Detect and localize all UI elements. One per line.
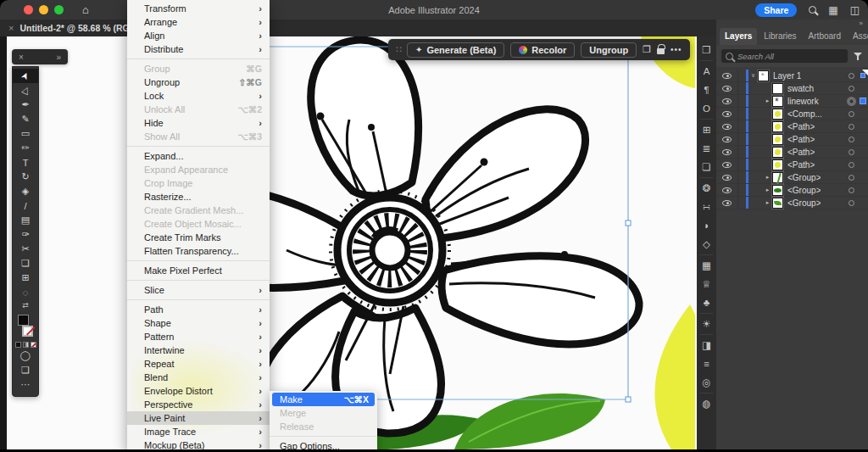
tab-layers[interactable]: Layers [720,28,757,45]
menu-item-slice[interactable]: Slice› [127,283,270,297]
panel-collapse-icon[interactable]: » [860,20,863,26]
align-panel-icon[interactable]: ≣ [697,139,716,158]
visibility-cell[interactable] [716,133,738,145]
swap-fill-stroke-icon[interactable]: ⇄ [13,299,38,311]
symbols-panel-icon[interactable]: ♣ [697,293,716,312]
type-tool[interactable]: T [13,155,38,170]
close-window-button[interactable] [24,5,33,14]
target-circle[interactable] [849,137,854,142]
ungroup-button[interactable]: Ungroup [581,42,637,58]
visibility-cell[interactable] [716,70,738,81]
3d-materials-icon[interactable]: ◇ [697,235,716,254]
layer-row-layer1[interactable]: ∨ Layer 1 [716,70,868,82]
scissors-tool[interactable]: ✂ [13,242,38,256]
layer-row-path[interactable]: <Path> [716,146,868,159]
menu-item-lock[interactable]: Lock› [127,89,270,103]
transparency-panel-icon[interactable]: ◎ [697,373,716,392]
zoom-tool[interactable]: ◌ [13,285,38,299]
eye-icon[interactable] [722,73,732,79]
layer-thumbnail[interactable] [772,159,783,170]
panel-layout-icon[interactable]: ◫ [850,4,860,16]
tab-artboard[interactable]: Artboard [804,28,846,45]
drag-handle-icon[interactable]: ∷ [396,44,401,55]
pathfinder-panel-icon[interactable]: ❏ [697,158,716,176]
menu-item-hide[interactable]: Hide› [127,116,270,130]
glyphs-panel-icon[interactable]: O [697,99,716,118]
target-circle[interactable] [849,73,854,79]
toolbar-collapse-icon[interactable]: » [56,53,61,62]
none-button[interactable] [31,342,36,348]
search-icon[interactable] [809,6,816,14]
menu-item-pattern[interactable]: Pattern› [127,330,270,343]
eye-icon[interactable] [722,124,732,130]
menu-item-envelope-distort[interactable]: Envelope Distort› [127,384,270,398]
layer-row-swatch[interactable]: swatch [716,82,868,95]
pen-tool[interactable]: ✒ [13,98,38,112]
target-circle[interactable] [849,162,854,168]
layer-row-group[interactable]: ▸ <Group> [716,171,868,184]
eye-icon[interactable] [722,187,732,193]
target-circle[interactable] [849,187,854,193]
target-circle[interactable] [849,200,854,206]
layer-row-linework[interactable]: ▸ linework [716,95,868,108]
menu-item-transform[interactable]: Transform› [127,2,270,15]
character-panel-icon[interactable]: A [697,62,716,81]
target-circle[interactable] [849,111,854,117]
screen-mode-button[interactable]: ❏ [13,363,38,377]
curvature-tool[interactable]: ✎ [13,112,38,126]
layer-row-group[interactable]: ▸ <Group> [716,197,868,209]
chevron-down-icon[interactable]: ∨ [748,72,758,79]
fill-stroke-indicator[interactable] [16,313,35,338]
rotate-tool[interactable]: ↻ [13,170,38,184]
stroke-color-swatch[interactable] [22,326,33,337]
layer-thumbnail[interactable] [772,121,783,132]
layer-thumbnail[interactable] [772,172,783,183]
submenu-item-make[interactable]: Make⌥⌘X [272,393,375,406]
target-circle[interactable] [849,175,854,181]
group-icon[interactable]: ❐ [643,44,651,55]
layer-thumbnail[interactable] [772,198,783,209]
home-icon[interactable]: ⌂ [82,4,89,15]
transform-panel-icon[interactable]: ⊞ [697,120,716,139]
menu-item-blend[interactable]: Blend› [127,371,270,384]
drawing-modes-button[interactable]: ◯ [13,349,38,363]
zoom-window-button[interactable] [54,5,64,14]
menu-item-rasterize[interactable]: Rasterize... [127,190,270,204]
target-circle[interactable] [849,98,854,104]
layer-thumbnail[interactable] [772,109,783,120]
eye-icon[interactable] [722,149,732,155]
color-button[interactable] [15,342,21,348]
shape-builder-tool[interactable]: ❏ [13,256,38,271]
fill-color-swatch[interactable] [18,315,29,326]
visibility-cell[interactable] [716,82,738,94]
menu-item-distribute[interactable]: Distribute› [127,42,270,56]
eye-icon[interactable] [722,86,732,92]
gradient-half-icon[interactable]: ◗ [697,216,716,235]
menu-item-shape[interactable]: Shape› [127,316,270,330]
selection-tool[interactable]: ➤ [13,69,38,83]
tab-close-icon[interactable]: × [8,23,14,33]
layer-row-compound[interactable]: <Comp... [716,108,868,120]
eye-icon[interactable] [722,162,732,168]
layer-row-path[interactable]: <Path> [716,120,868,133]
visibility-cell[interactable] [716,120,738,132]
eye-icon[interactable] [722,200,732,206]
menu-item-align[interactable]: Align› [127,29,270,42]
layer-thumbnail[interactable] [772,96,783,107]
paintbrush-tool[interactable]: ✏ [13,141,38,155]
generate-button[interactable]: ✦Generate (Beta) [407,42,504,58]
menu-item-ungroup[interactable]: Ungroup⇧⌘G [127,75,270,89]
layer-row-path[interactable]: <Path> [716,159,868,171]
layer-thumbnail[interactable] [772,134,783,145]
visibility-cell[interactable] [716,197,738,209]
swatches-panel-icon[interactable]: ◍ [697,394,716,413]
menu-item-expand[interactable]: Expand... [127,149,270,163]
menu-item-perspective[interactable]: Perspective› [127,398,270,411]
lock-icon[interactable] [657,48,665,54]
chevron-right-icon[interactable]: ▸ [763,174,772,181]
visibility-cell[interactable] [716,95,738,107]
search-input[interactable]: Search All [721,49,848,63]
visibility-cell[interactable] [716,159,738,170]
target-circle[interactable] [849,86,854,92]
symbol-sprayer-icon[interactable]: ♕ [697,275,716,293]
